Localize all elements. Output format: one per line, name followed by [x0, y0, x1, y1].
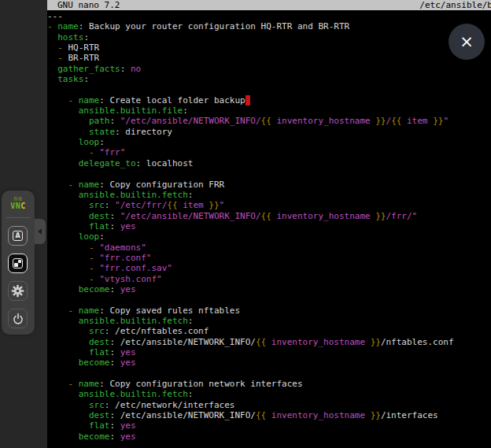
nano-titlebar: GNU nano 7.2 /etc/ansible/b	[47, 0, 491, 10]
editor-line: src: /etc/nftables.conf	[47, 326, 491, 336]
fullscreen-icon	[13, 258, 23, 268]
vnc-control-bar: no VNC A	[2, 191, 35, 335]
editor-line: dest: /etc/ansible/NETWORK_INFO/{{ inven…	[47, 410, 491, 420]
editor-line: become: yes	[47, 357, 491, 368]
editor-line: - name: Backup your router configuration…	[47, 21, 491, 31]
editor-line: - name: Copy configuration network inter…	[47, 379, 491, 389]
editor-line: loop:	[47, 137, 491, 147]
editor-line: - HQ-RTR	[47, 43, 491, 53]
editor-line: loop:	[47, 231, 491, 242]
editor-line: - "frr"	[47, 147, 491, 157]
fullscreen-button[interactable]	[8, 254, 28, 273]
control-bar-handle[interactable]	[35, 219, 46, 244]
power-icon	[12, 313, 24, 325]
editor-line: ansible.builtin.fetch:	[47, 389, 491, 399]
collapse-arrow-left-icon	[38, 228, 42, 235]
editor-line: hosts:	[47, 32, 491, 43]
editor-line: ansible.builtin.fetch:	[47, 190, 491, 200]
close-button[interactable]: ×	[449, 24, 485, 60]
editor-line: - "frr.conf"	[47, 253, 491, 263]
editor-line: ---	[47, 11, 491, 21]
editor-line	[47, 168, 491, 179]
editor-line: - name: Copy saved rules nftables	[47, 305, 491, 316]
editor-line: ansible.builtin.file:	[47, 106, 491, 116]
editor-line: flat: yes	[47, 347, 491, 357]
panel-divider	[6, 217, 30, 218]
editor-line: flat: yes	[47, 420, 491, 431]
nano-filename-label: /etc/ansible/b	[419, 0, 491, 10]
editor-line: path: "/etc/ansible/NETWORK_INFO/{{ inve…	[47, 116, 491, 126]
editor-line: - name: Create local folder backup	[47, 95, 491, 106]
text-cursor	[246, 95, 251, 106]
editor-line: - "vtysh.conf"	[47, 274, 491, 284]
editor-line: - BR-RTR	[47, 53, 491, 63]
gear-icon	[11, 284, 24, 298]
editor-line: src: /etc/network/interfaces	[47, 400, 491, 410]
editor-line: ansible.builtin.fetch:	[47, 316, 491, 326]
editor-line: tasks:	[47, 74, 491, 84]
editor-line: - name: Copy configuration FRR	[47, 180, 491, 190]
editor-line: - "frr.conf.sav"	[47, 263, 491, 273]
editor-line: dest: "/etc/ansible/NETWORK_INFO/{{ inve…	[47, 211, 491, 221]
editor-line: become: yes	[47, 431, 491, 442]
novnc-logo: no VNC	[2, 196, 35, 210]
a-key-icon: A	[13, 231, 23, 241]
editor-line: become: yes	[47, 284, 491, 294]
editor-line: delegate_to: localhost	[47, 158, 491, 168]
editor-line: src: "/etc/frr/{{ item }}"	[47, 200, 491, 210]
settings-button[interactable]	[8, 281, 28, 301]
editor-line	[47, 294, 491, 305]
editor-line: gather_facts: no	[47, 64, 491, 74]
editor-line: state: directory	[47, 127, 491, 137]
terminal-screen[interactable]: GNU nano 7.2 /etc/ansible/b ---- name: B…	[47, 0, 491, 448]
editor-line: - "daemons"	[47, 243, 491, 253]
extra-keys-button[interactable]: A	[8, 226, 28, 246]
editor-line	[47, 368, 491, 379]
close-icon: ×	[460, 32, 474, 51]
novnc-logo-bottom: VNC	[2, 202, 35, 210]
editor-line: dest: /etc/ansible/NETWORK_INFO/{{ inven…	[47, 337, 491, 347]
editor-line	[47, 84, 491, 94]
editor-line: flat: yes	[47, 221, 491, 231]
nano-version-label: GNU nano 7.2	[57, 0, 120, 10]
disconnect-button[interactable]	[8, 309, 28, 328]
editor-lines: ---- name: Backup your router configurat…	[47, 10, 491, 442]
